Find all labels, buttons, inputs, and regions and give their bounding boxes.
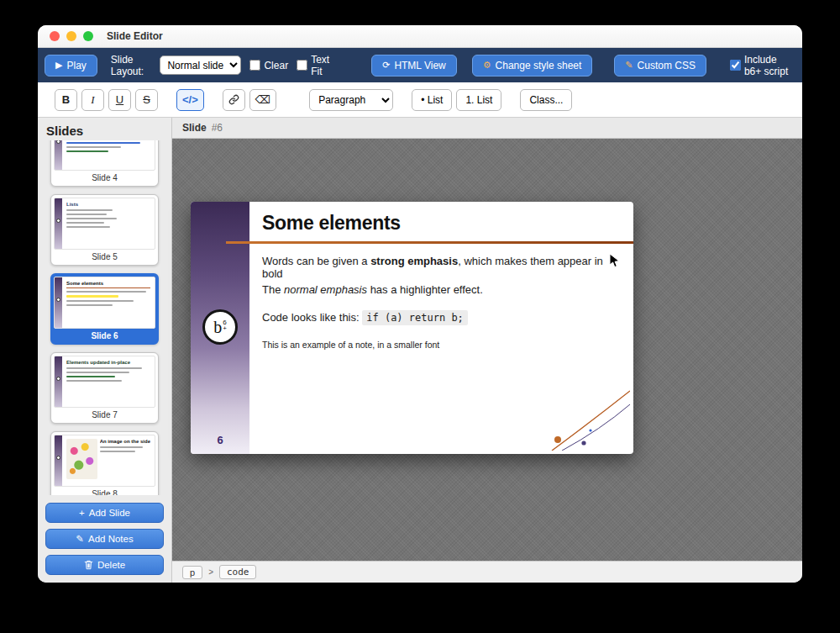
strong-emphasis-text: strong emphasis bbox=[370, 255, 458, 267]
normal-emphasis-text: normal emphasis bbox=[284, 283, 367, 296]
editor-header-label: Slide bbox=[182, 122, 207, 134]
html-view-button[interactable]: ⟳ HTML View bbox=[371, 55, 457, 76]
thumbnail-label: Slide 5 bbox=[54, 250, 155, 262]
editor-slide-number: #6 bbox=[212, 122, 223, 134]
thumbnail-label: Slide 8 bbox=[54, 487, 155, 495]
editor-main: Slide #6 b 6 + 6 Some elements bbox=[172, 118, 802, 583]
minimize-button[interactable] bbox=[66, 31, 76, 41]
thumb-band bbox=[55, 198, 62, 249]
thumb-band bbox=[55, 140, 62, 170]
html-view-icon: ⟳ bbox=[382, 60, 390, 71]
thumbnail-label: Slide 4 bbox=[54, 171, 155, 183]
slide-thumbnail-6[interactable]: Some elements Slide 6 bbox=[50, 273, 159, 345]
title-bar: Slide Editor bbox=[38, 25, 802, 48]
breadcrumb-code[interactable]: code bbox=[219, 565, 257, 579]
notes-icon: ✎ bbox=[76, 533, 84, 545]
editor-canvas[interactable]: b 6 + 6 Some elements Words can be given… bbox=[172, 139, 802, 561]
slide-layout-select[interactable]: Normal slide bbox=[160, 55, 241, 75]
custom-css-button[interactable]: ✎ Custom CSS bbox=[614, 55, 706, 76]
add-notes-button[interactable]: ✎ Add Notes bbox=[45, 529, 164, 549]
delete-format-button[interactable]: ⌫ bbox=[249, 89, 276, 111]
b6-logo-icon bbox=[56, 377, 60, 381]
slide-thumbnail-7[interactable]: Elements updated in-place Slide 7 bbox=[50, 352, 159, 424]
text-fit-checkbox-input[interactable] bbox=[297, 60, 307, 71]
sidebar-title: Slides bbox=[38, 118, 171, 140]
sidebar-actions: + Add Slide ✎ Add Notes Delete bbox=[38, 495, 171, 583]
backspace-icon: ⌫ bbox=[255, 93, 270, 106]
class-button[interactable]: Class... bbox=[520, 89, 572, 111]
delete-slide-button[interactable]: Delete bbox=[45, 555, 164, 575]
link-button[interactable] bbox=[223, 89, 245, 111]
breadcrumb-p[interactable]: p bbox=[182, 566, 202, 579]
play-button[interactable]: ▶ Play bbox=[45, 55, 97, 76]
pencil-icon: ✎ bbox=[625, 60, 633, 71]
plus-icon: + bbox=[79, 508, 85, 518]
slide-thumbnail-4[interactable]: Slide 4 bbox=[50, 140, 159, 187]
bold-button[interactable]: B bbox=[55, 89, 77, 111]
slide-thumbnail-8[interactable]: An image on the side Slide 8 bbox=[50, 431, 159, 495]
paragraph-style-select[interactable]: Paragraph bbox=[309, 89, 393, 111]
b6-logo-icon bbox=[56, 298, 60, 302]
trash-icon bbox=[84, 560, 93, 570]
slide-paragraph-code[interactable]: Code looks like this: if (a) return b; bbox=[262, 311, 622, 324]
stylesheet-icon: ⚙ bbox=[483, 60, 491, 71]
b6-logo-icon bbox=[56, 456, 60, 460]
slide-thumbnail-list[interactable]: Slide 4 Lists Slide 5 bbox=[38, 140, 171, 495]
italic-button[interactable]: I bbox=[81, 89, 104, 111]
b6-logo-icon bbox=[56, 140, 60, 144]
thumb-band bbox=[55, 356, 62, 407]
include-script-checkbox[interactable]: Include b6+ script bbox=[730, 54, 795, 77]
link-icon bbox=[228, 94, 239, 105]
text-fit-checkbox[interactable]: Text Fit bbox=[297, 54, 329, 77]
clear-checkbox-input[interactable] bbox=[249, 60, 260, 71]
slide-title[interactable]: Some elements bbox=[262, 212, 401, 235]
play-icon: ▶ bbox=[55, 60, 62, 71]
slide-note[interactable]: This is an example of a note, in a small… bbox=[262, 340, 439, 350]
thumb-band bbox=[55, 435, 62, 486]
inline-code: if (a) return b; bbox=[362, 310, 468, 325]
add-slide-button[interactable]: + Add Slide bbox=[45, 503, 164, 523]
clear-checkbox[interactable]: Clear bbox=[249, 60, 288, 71]
slide-paragraph-emphasis[interactable]: The normal emphasis has a highlighter ef… bbox=[262, 283, 622, 296]
title-underline bbox=[226, 241, 633, 244]
thumbnail-image bbox=[66, 439, 97, 479]
bullet-list-button[interactable]: • List bbox=[412, 89, 452, 111]
thumbnail-slide-title: Some elements bbox=[66, 281, 150, 286]
underline-button[interactable]: U bbox=[108, 89, 131, 111]
corner-decoration bbox=[550, 388, 630, 451]
numbered-list-button[interactable]: 1. List bbox=[456, 89, 501, 111]
include-script-checkbox-input[interactable] bbox=[730, 60, 741, 71]
zoom-button[interactable] bbox=[83, 31, 93, 41]
thumb-band bbox=[55, 277, 62, 328]
element-path-bar: p > code bbox=[172, 561, 802, 583]
app-window: Slide Editor ▶ Play Slide Layout: Normal… bbox=[38, 25, 802, 583]
slide-paragraph-strong[interactable]: Words can be given a strong emphasis, wh… bbox=[262, 255, 622, 280]
slide-layout-label: Slide Layout: bbox=[111, 54, 152, 77]
breadcrumb-separator: > bbox=[208, 567, 213, 577]
thumbnail-label: Slide 7 bbox=[54, 408, 155, 420]
format-toolbar: B I U S </> ⌫ Paragraph • List 1. List C… bbox=[38, 82, 802, 118]
change-stylesheet-button[interactable]: ⚙ Change style sheet bbox=[472, 55, 593, 76]
thumbnail-slide-title: Lists bbox=[66, 202, 150, 207]
b6-logo: b 6 + bbox=[202, 309, 238, 345]
slide-page-number: 6 bbox=[191, 434, 249, 446]
close-button[interactable] bbox=[50, 31, 60, 41]
thumbnail-slide-title: Elements updated in-place bbox=[66, 360, 150, 365]
thumbnail-label: Slide 6 bbox=[54, 329, 155, 341]
window-title: Slide Editor bbox=[107, 30, 163, 42]
slide-canvas[interactable]: b 6 + 6 Some elements Words can be given… bbox=[191, 202, 633, 454]
b6-logo-icon bbox=[56, 219, 60, 223]
thumbnail-slide-title: An image on the side bbox=[100, 439, 150, 444]
main-toolbar: ▶ Play Slide Layout: Normal slide Clear … bbox=[38, 48, 802, 82]
editor-header: Slide #6 bbox=[172, 118, 802, 139]
slide-thumbnail-5[interactable]: Lists Slide 5 bbox=[50, 194, 159, 266]
code-button[interactable]: </> bbox=[176, 89, 204, 111]
slides-sidebar: Slides bbox=[38, 118, 172, 583]
strikethrough-button[interactable]: S bbox=[135, 89, 158, 111]
